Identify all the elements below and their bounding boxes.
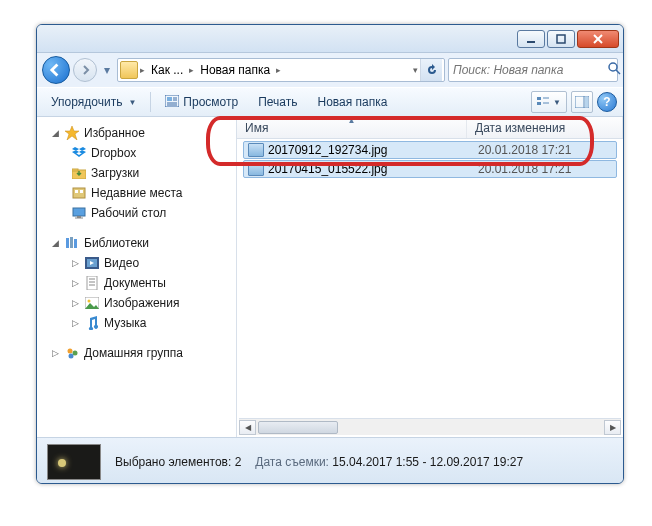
command-bar: Упорядочить▼ Просмотр Печать Новая папка… — [37, 87, 623, 117]
collapse-icon: ◢ — [51, 129, 60, 138]
breadcrumb-seg[interactable]: Как ... — [147, 63, 187, 77]
svg-rect-20 — [72, 169, 78, 171]
chevron-right-icon: ▸ — [140, 65, 145, 75]
breadcrumb[interactable]: ▸ Как ... ▸ Новая папка ▸ ▾ — [117, 58, 445, 82]
organize-button[interactable]: Упорядочить▼ — [43, 90, 144, 114]
sidebar-item-documents[interactable]: ▷Документы — [37, 273, 236, 293]
svg-rect-13 — [537, 102, 541, 105]
svg-rect-32 — [87, 276, 97, 290]
libraries-icon — [64, 235, 80, 251]
search-icon — [608, 62, 621, 78]
svg-rect-18 — [585, 97, 588, 107]
horizontal-scrollbar[interactable]: ◀ ▶ — [239, 418, 621, 435]
preview-button[interactable]: Просмотр — [157, 90, 246, 114]
svg-line-5 — [616, 70, 620, 74]
sidebar-item-favorites[interactable]: ◢Избранное — [37, 123, 236, 143]
column-date[interactable]: Дата изменения — [467, 117, 623, 138]
details-label: Дата съемки: — [255, 455, 329, 469]
search-input[interactable] — [453, 63, 604, 77]
preview-icon — [165, 95, 179, 110]
column-name[interactable]: Имя▲ — [237, 117, 467, 138]
titlebar — [37, 25, 623, 53]
sidebar-item-dropbox[interactable]: Dropbox — [37, 143, 236, 163]
sidebar-item-desktop[interactable]: Рабочий стол — [37, 203, 236, 223]
sidebar-item-music[interactable]: ▷Музыка — [37, 313, 236, 333]
svg-rect-27 — [66, 238, 69, 248]
svg-point-40 — [69, 354, 74, 359]
scroll-thumb[interactable] — [258, 421, 338, 434]
file-name: 20170912_192734.jpg — [268, 143, 468, 157]
help-button[interactable]: ? — [597, 92, 617, 112]
new-folder-button[interactable]: Новая папка — [309, 90, 395, 114]
preview-pane-button[interactable] — [571, 91, 593, 113]
music-icon — [84, 315, 100, 331]
maximize-button[interactable] — [547, 30, 575, 48]
expand-icon: ▷ — [51, 349, 60, 358]
video-icon — [84, 255, 100, 271]
desktop-icon — [71, 205, 87, 221]
sort-asc-icon: ▲ — [348, 116, 356, 125]
file-list: 20170912_192734.jpg 20.01.2018 17:21 201… — [237, 139, 623, 181]
close-button[interactable] — [577, 30, 619, 48]
documents-icon — [84, 275, 100, 291]
expand-icon: ▷ — [71, 319, 80, 328]
sidebar-item-libraries[interactable]: ◢Библиотеки — [37, 233, 236, 253]
file-date: 20.01.2018 17:21 — [468, 143, 616, 157]
svg-rect-7 — [167, 97, 172, 101]
file-pane: Имя▲ Дата изменения 20170912_192734.jpg … — [237, 117, 623, 437]
chevron-right-icon: ▸ — [189, 65, 194, 75]
forward-button[interactable] — [73, 58, 97, 82]
thumbnail — [47, 444, 101, 480]
minimize-button[interactable] — [517, 30, 545, 48]
svg-point-37 — [88, 300, 91, 303]
scroll-right-button[interactable]: ▶ — [604, 420, 621, 435]
refresh-button[interactable] — [420, 59, 442, 81]
file-date: 20.01.2018 17:21 — [468, 162, 616, 176]
content-area: ◢Избранное Dropbox Загрузки Недавние мес… — [37, 117, 623, 437]
svg-point-39 — [73, 351, 78, 356]
column-headers: Имя▲ Дата изменения — [237, 117, 623, 139]
expand-icon: ▷ — [71, 259, 80, 268]
file-row[interactable]: 20170912_192734.jpg 20.01.2018 17:21 — [243, 141, 617, 159]
expand-icon: ▷ — [71, 279, 80, 288]
back-button[interactable] — [42, 56, 70, 84]
svg-rect-21 — [73, 188, 85, 198]
svg-rect-12 — [537, 97, 541, 100]
chevron-down-icon[interactable]: ▾ — [413, 65, 418, 75]
history-dropdown[interactable]: ▾ — [100, 58, 114, 82]
breadcrumb-seg[interactable]: Новая папка — [196, 63, 274, 77]
dropbox-icon — [71, 145, 87, 161]
svg-rect-28 — [70, 237, 73, 248]
scroll-left-button[interactable]: ◀ — [239, 420, 256, 435]
downloads-icon — [71, 165, 87, 181]
collapse-icon: ◢ — [51, 239, 60, 248]
svg-rect-1 — [557, 35, 565, 43]
image-file-icon — [248, 162, 264, 176]
image-file-icon — [248, 143, 264, 157]
svg-rect-24 — [73, 208, 85, 216]
details-pane: Выбрано элементов: 2 Дата съемки: 15.04.… — [37, 437, 623, 484]
print-button[interactable]: Печать — [250, 90, 305, 114]
svg-rect-22 — [75, 190, 78, 193]
expand-icon: ▷ — [71, 299, 80, 308]
file-row[interactable]: 20170415_015522.jpg 20.01.2018 17:21 — [243, 160, 617, 178]
view-mode-button[interactable]: ▼ — [531, 91, 567, 113]
svg-rect-29 — [74, 239, 77, 248]
svg-point-38 — [68, 349, 73, 354]
sidebar-item-recent[interactable]: Недавние места — [37, 183, 236, 203]
file-name: 20170415_015522.jpg — [268, 162, 468, 176]
star-icon — [64, 125, 80, 141]
search-box[interactable] — [448, 58, 618, 82]
homegroup-icon — [64, 345, 80, 361]
details-value: 15.04.2017 1:55 - 12.09.2017 19:27 — [332, 455, 523, 469]
navigation-pane: ◢Избранное Dropbox Загрузки Недавние мес… — [37, 117, 237, 437]
sidebar-item-pictures[interactable]: ▷Изображения — [37, 293, 236, 313]
svg-rect-23 — [80, 190, 83, 193]
sidebar-item-video[interactable]: ▷Видео — [37, 253, 236, 273]
sidebar-item-downloads[interactable]: Загрузки — [37, 163, 236, 183]
selection-count: Выбрано элементов: 2 — [115, 455, 241, 469]
svg-point-4 — [609, 63, 617, 71]
chevron-right-icon: ▸ — [276, 65, 281, 75]
sidebar-item-homegroup[interactable]: ▷Домашняя группа — [37, 343, 236, 363]
pictures-icon — [84, 295, 100, 311]
